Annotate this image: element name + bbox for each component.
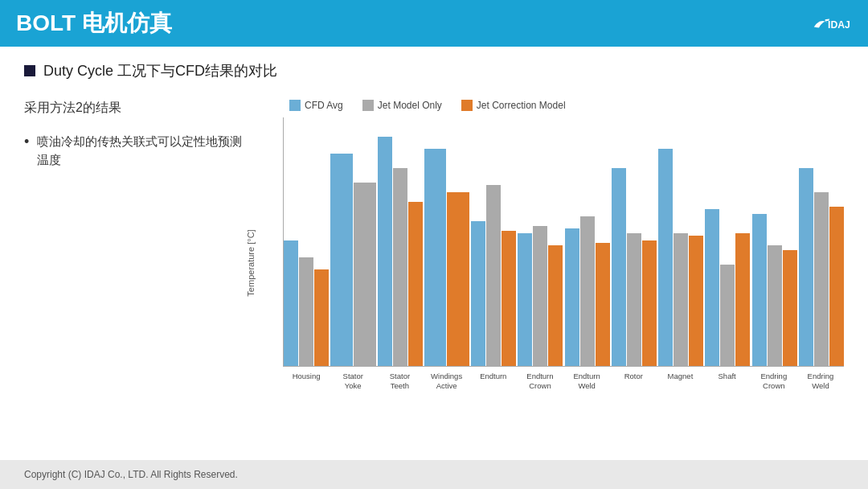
legend-item-cfd: CFD Avg [289, 100, 343, 111]
bar-jet [486, 185, 501, 366]
x-label: EndturnCrown [517, 368, 563, 399]
x-label: Endturn [470, 368, 517, 399]
bar-cfd [518, 233, 532, 366]
bar-group [658, 149, 703, 366]
x-label: Rotor [610, 368, 657, 399]
chart-container: Temperature [°C] HousingStatorYokeStator… [257, 117, 844, 399]
bar-group [612, 168, 657, 366]
chart-legend: CFD Avg Jet Model Only Jet Correction Mo… [257, 100, 844, 111]
bar-group [284, 240, 329, 366]
x-label: StatorTeeth [376, 368, 423, 399]
section-title: Duty Cycle 工况下与CFD结果的对比 [24, 61, 844, 80]
bar-correction [642, 240, 657, 366]
section-title-text: Duty Cycle 工况下与CFD结果的对比 [43, 61, 277, 80]
bar-jet [393, 168, 407, 366]
legend-label-cfd: CFD Avg [305, 100, 343, 111]
content-area: 采用方法2的结果 • 喷油冷却的传热关联式可以定性地预测温度 CFD Avg J… [24, 92, 844, 438]
bar-cfd [471, 221, 485, 366]
bullet-point: • 喷油冷却的传热关联式可以定性地预测温度 [24, 133, 249, 169]
bar-group [330, 154, 375, 366]
legend-color-jet [362, 100, 374, 111]
logo: IDAJ [812, 7, 852, 39]
bar-group [471, 185, 516, 366]
bar-correction [689, 236, 703, 366]
legend-label-jet: Jet Model Only [378, 100, 442, 111]
header: BOLT 电机仿真 IDAJ [0, 0, 868, 47]
bar-correction [447, 192, 469, 366]
bar-group [752, 214, 797, 366]
bar-cfd [424, 149, 447, 366]
bullet-dot-icon: • [24, 133, 29, 151]
x-label: WindingsActive [424, 368, 470, 399]
bar-group [705, 209, 750, 366]
legend-label-correction: Jet Correction Model [477, 100, 566, 111]
bar-cfd [565, 228, 579, 366]
x-label: Magnet [657, 368, 703, 399]
bar-cfd [612, 168, 626, 366]
bar-jet [627, 233, 641, 366]
x-label: Housing [283, 368, 330, 399]
bar-correction [596, 243, 610, 366]
bar-correction [735, 233, 750, 366]
footer-text: Copyright (C) IDAJ Co., LTD. All Rights … [24, 469, 238, 480]
x-label: Shaft [704, 368, 751, 399]
bar-group [799, 168, 844, 366]
bar-group [565, 216, 610, 366]
legend-color-correction [461, 100, 473, 111]
bar-cfd [284, 240, 298, 366]
bar-jet [768, 245, 782, 366]
svg-text:IDAJ: IDAJ [828, 19, 850, 31]
page-title: BOLT 电机仿真 [16, 8, 172, 39]
bar-cfd [705, 209, 719, 366]
bar-correction [548, 245, 563, 366]
bar-correction [829, 207, 844, 366]
bar-cfd [378, 137, 392, 366]
section-bullet-icon [24, 65, 35, 76]
x-labels: HousingStatorYokeStatorTeethWindingsActi… [283, 368, 844, 399]
x-label: EndturnWeld [563, 368, 610, 399]
bar-cfd [330, 154, 353, 366]
chart-area: CFD Avg Jet Model Only Jet Correction Mo… [257, 92, 844, 438]
bar-cfd [658, 149, 673, 366]
x-label: EndringCrown [751, 368, 797, 399]
y-axis-label: Temperature [°C] [246, 229, 256, 296]
bar-cfd [752, 214, 767, 366]
bar-group [518, 226, 563, 366]
bar-group [424, 149, 469, 366]
footer: Copyright (C) IDAJ Co., LTD. All Rights … [0, 460, 868, 489]
bar-jet [299, 257, 313, 366]
bar-jet [720, 265, 735, 366]
bar-correction [783, 250, 797, 366]
legend-color-cfd [289, 100, 301, 111]
left-panel: 采用方法2的结果 • 喷油冷却的传热关联式可以定性地预测温度 [24, 92, 249, 438]
bar-jet [580, 216, 595, 366]
bar-group [378, 137, 423, 366]
bar-cfd [799, 168, 813, 366]
bar-correction [314, 269, 329, 366]
bullet-text: 喷油冷却的传热关联式可以定性地预测温度 [37, 133, 249, 169]
legend-item-correction: Jet Correction Model [461, 100, 566, 111]
method-label: 采用方法2的结果 [24, 100, 249, 117]
x-label: StatorYoke [330, 368, 376, 399]
legend-item-jet: Jet Model Only [362, 100, 442, 111]
bars-area [283, 117, 844, 367]
bar-jet [533, 226, 547, 366]
bar-jet [674, 233, 688, 366]
bar-correction [502, 231, 516, 366]
x-label: EndringWeld [797, 368, 844, 399]
bar-jet [814, 192, 829, 366]
bar-jet [354, 183, 376, 366]
main-content: Duty Cycle 工况下与CFD结果的对比 采用方法2的结果 • 喷油冷却的… [0, 47, 868, 460]
bar-correction [408, 202, 423, 366]
